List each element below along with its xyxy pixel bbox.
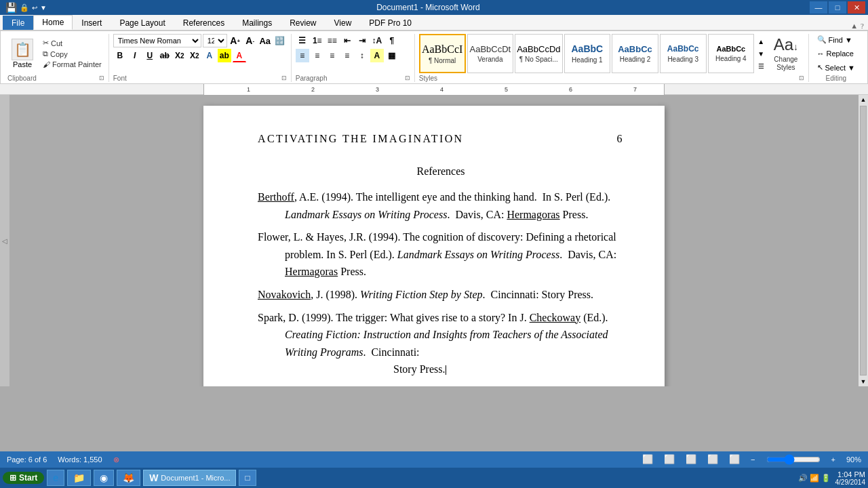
increase-indent-button[interactable]: ⇥	[355, 34, 369, 47]
style-heading3[interactable]: AaBbCc Heading 3	[660, 34, 707, 73]
tab-references[interactable]: References	[174, 16, 233, 30]
find-button[interactable]: 🔍 Find▼	[813, 34, 856, 45]
close-button[interactable]: ✕	[848, 1, 865, 14]
borders-button[interactable]: ▦	[385, 49, 399, 62]
tab-home[interactable]: Home	[33, 15, 73, 30]
draft-button[interactable]: ⬜	[729, 454, 740, 465]
zoom-out-button[interactable]: −	[751, 455, 755, 464]
decrease-indent-button[interactable]: ⇤	[340, 34, 354, 47]
minimize-button[interactable]: —	[810, 1, 827, 14]
strikethrough-button[interactable]: ab	[158, 49, 172, 62]
tab-pdf-pro[interactable]: PDF Pro 10	[360, 16, 420, 30]
document-page[interactable]: ACTIVATING THE IMAGINATION 6 References …	[203, 106, 665, 386]
web-layout-button[interactable]: ⬜	[686, 454, 696, 465]
tab-insert[interactable]: Insert	[73, 16, 111, 30]
font-color-button[interactable]: A	[233, 49, 246, 62]
taskbar-ie[interactable]: e	[47, 470, 64, 486]
numbering-button[interactable]: 1≡	[311, 34, 324, 47]
copy-button[interactable]: ⧉ Copy	[40, 49, 104, 59]
taskbar-firefox[interactable]: 🦊	[117, 470, 140, 486]
ribbon-tab-strip: File Home Insert Page Layout References …	[0, 15, 868, 30]
bullets-button[interactable]: ☰	[296, 34, 309, 47]
styles-expand-icon[interactable]: ⊡	[799, 75, 804, 81]
font-name-select[interactable]: Times New Roman Arial Calibri	[113, 34, 201, 47]
underline-button[interactable]: U	[143, 49, 157, 62]
zoom-level[interactable]: 90%	[846, 455, 861, 464]
window-controls[interactable]: — □ ✕	[810, 1, 865, 14]
style-normal[interactable]: AaBbCcI ¶ Normal	[419, 34, 466, 73]
style-heading4[interactable]: AaBbCc Heading 4	[708, 34, 755, 73]
font-expand-icon[interactable]: ⊡	[281, 75, 287, 81]
styles-scroll-down[interactable]: ▼	[755, 48, 766, 59]
taskbar-word[interactable]: W Document1 - Micro...	[143, 470, 236, 486]
replace-button[interactable]: ↔ Replace	[813, 48, 858, 59]
align-center-button[interactable]: ≡	[311, 49, 324, 62]
shading-button[interactable]: A	[370, 49, 384, 62]
para-spark[interactable]: Spark, D. (1999). The trigger: What give…	[258, 309, 624, 378]
clear-format-button[interactable]: 🔡	[273, 34, 287, 47]
tab-view[interactable]: View	[326, 16, 361, 30]
style-veranda[interactable]: AaBbCcDt Veranda	[467, 34, 514, 73]
multilevel-list-button[interactable]: ≡≡	[326, 34, 339, 47]
styles-label: Styles	[419, 73, 437, 82]
error-indicator[interactable]: ⊗	[113, 455, 119, 464]
format-painter-button[interactable]: 🖌 Format Painter	[40, 60, 104, 69]
taskbar-task[interactable]: □	[239, 470, 256, 486]
help-icon[interactable]: ?	[861, 22, 864, 30]
style-heading2[interactable]: AaBbCc Heading 2	[612, 34, 658, 73]
scroll-down-button[interactable]: ▼	[859, 377, 868, 386]
para-flower[interactable]: Flower, L. & Hayes, J.R. (1994). The cog…	[258, 228, 624, 281]
vertical-scrollbar[interactable]: ▲ ▼	[859, 95, 868, 386]
styles-group: AaBbCcI ¶ Normal AaBbCcDt Veranda AaBbCc…	[416, 34, 809, 82]
tab-page-layout[interactable]: Page Layout	[111, 16, 174, 30]
para-novakovich[interactable]: Novakovich, J. (1998). Writing Fiction S…	[258, 286, 624, 304]
change-styles-button[interactable]: Aa↓ ChangeStyles	[768, 34, 804, 73]
style-no-spacing[interactable]: AaBbCcDd ¶ No Spaci...	[515, 34, 562, 73]
bold-button[interactable]: B	[113, 49, 127, 62]
start-button[interactable]: ⊞Start	[3, 472, 44, 484]
clipboard-section: 📋 Paste ✂ Cut ⧉ Copy 🖌 Format Painter	[7, 37, 104, 70]
tab-review[interactable]: Review	[281, 16, 325, 30]
text-effects-button[interactable]: A	[203, 49, 216, 62]
scrollbar-thumb[interactable]	[860, 106, 867, 375]
zoom-slider[interactable]	[766, 454, 821, 465]
grow-font-button[interactable]: A+	[229, 34, 242, 47]
change-case-button[interactable]: Aa	[258, 34, 272, 47]
scroll-up-button[interactable]: ▲	[859, 95, 868, 104]
show-formatting-button[interactable]: ¶	[385, 34, 399, 47]
paragraph-label: Paragraph	[296, 73, 328, 82]
superscript-button[interactable]: X2	[188, 49, 201, 62]
paragraph-expand-icon[interactable]: ⊡	[405, 75, 410, 81]
outline-button[interactable]: ⬜	[707, 454, 718, 465]
sort-button[interactable]: ↕A	[370, 34, 384, 47]
clipboard-expand-icon[interactable]: ⊡	[99, 75, 104, 81]
tab-mailings[interactable]: Mailings	[233, 16, 281, 30]
maximize-button[interactable]: □	[829, 1, 846, 14]
select-button[interactable]: ↖ Select▼	[813, 62, 859, 73]
align-left-button[interactable]: ≡	[296, 49, 309, 62]
window-title: Document1 - Microsoft Word	[47, 3, 810, 12]
justify-button[interactable]: ≡	[340, 49, 354, 62]
print-layout-button[interactable]: ⬜	[642, 454, 653, 465]
zoom-in-button[interactable]: +	[831, 455, 835, 464]
paste-button[interactable]: 📋 Paste	[7, 37, 37, 70]
ribbon-minimize-icon[interactable]: ▲	[850, 22, 858, 30]
shrink-font-button[interactable]: A-	[243, 34, 257, 47]
italic-button[interactable]: I	[128, 49, 142, 62]
para-berthoff[interactable]: Berthoff, A.E. (1994). The intelligent e…	[258, 188, 624, 223]
line-spacing-button[interactable]: ↕	[355, 49, 369, 62]
page-header: ACTIVATING THE IMAGINATION 6	[258, 133, 624, 145]
styles-scroll-up[interactable]: ▲	[755, 36, 766, 47]
styles-scroll-more[interactable]: ☰	[755, 60, 766, 71]
cut-button[interactable]: ✂ Cut	[40, 38, 104, 48]
para-zinsser[interactable]: Zinsser, W. (1994). On writing well: An …	[258, 384, 624, 386]
full-screen-button[interactable]: ⬜	[664, 454, 675, 465]
tab-file[interactable]: File	[3, 16, 33, 30]
align-right-button[interactable]: ≡	[326, 49, 339, 62]
style-heading1[interactable]: AaBbC Heading 1	[564, 34, 611, 73]
subscript-button[interactable]: X2	[173, 49, 186, 62]
text-highlight-button[interactable]: ab	[218, 49, 231, 62]
taskbar-explorer[interactable]: 📁	[67, 470, 91, 486]
taskbar-chrome[interactable]: ◉	[94, 470, 114, 486]
font-size-select[interactable]: 12 10 14	[203, 34, 227, 47]
